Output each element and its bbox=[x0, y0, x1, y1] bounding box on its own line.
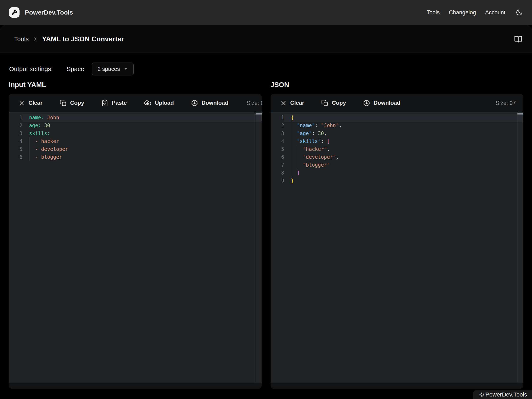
line-number: 9 bbox=[271, 177, 284, 185]
output-settings-row: Output settings: Space 2 spaces bbox=[9, 63, 523, 76]
clear-icon bbox=[280, 100, 287, 106]
breadcrumb-tools-link[interactable]: Tools bbox=[14, 36, 29, 43]
wrench-logo-icon bbox=[9, 7, 19, 18]
nav-link-account[interactable]: Account bbox=[485, 9, 505, 16]
line-number: 4 bbox=[9, 137, 22, 145]
indent-guide bbox=[29, 137, 30, 161]
indent-guide bbox=[297, 145, 297, 169]
line-number: 6 bbox=[9, 153, 22, 161]
yaml-scrollbar[interactable] bbox=[256, 112, 262, 383]
nav-link-tools[interactable]: Tools bbox=[427, 9, 440, 16]
json-scrollbar-thumb[interactable] bbox=[518, 113, 523, 114]
yaml-editor-panel: ClearCopyPasteUploadDownload Size: 63 1n… bbox=[9, 94, 262, 389]
line-number: 6 bbox=[271, 153, 284, 161]
moon-icon bbox=[516, 9, 523, 16]
yaml-code-line-6: 6 - blogger bbox=[9, 153, 262, 161]
json-scrollbar[interactable] bbox=[518, 112, 523, 383]
brand[interactable]: PowerDev.Tools bbox=[9, 7, 73, 18]
json-copy-button[interactable]: Copy bbox=[321, 100, 346, 107]
site-footer: © PowerDev.Tools bbox=[473, 390, 532, 399]
line-number: 1 bbox=[271, 114, 284, 121]
json-download-button[interactable]: Download bbox=[363, 100, 400, 107]
breadcrumb: Tools YAML to JSON Converter bbox=[0, 25, 532, 53]
line-number: 3 bbox=[9, 129, 22, 137]
line-number: 3 bbox=[271, 129, 284, 137]
json-output-panel: ClearCopyDownload Size: 97 1{2 "name": "… bbox=[271, 94, 524, 389]
json-code-line-8: 8 ] bbox=[271, 169, 524, 177]
top-navbar: PowerDev.Tools ToolsChangelogAccount bbox=[0, 0, 532, 25]
space-select-value: 2 spaces bbox=[97, 66, 120, 72]
yaml-copy-button[interactable]: Copy bbox=[60, 100, 84, 107]
yaml-code-line-3: 3skills: bbox=[9, 129, 262, 137]
json-code-viewer[interactable]: 1{2 "name": "John",3 "age": 30,4 "skills… bbox=[271, 112, 524, 383]
line-number: 2 bbox=[9, 121, 22, 129]
json-clear-button[interactable]: Clear bbox=[280, 100, 304, 106]
yaml-code-line-5: 5 - developer bbox=[9, 145, 262, 153]
space-label: Space bbox=[66, 65, 84, 73]
yaml-download-button[interactable]: Download bbox=[191, 100, 228, 107]
json-code-line-3: 3 "age": 30, bbox=[271, 129, 524, 137]
chevron-right-icon bbox=[33, 37, 38, 42]
line-number: 2 bbox=[271, 121, 284, 129]
yaml-size-label: Size: 63 bbox=[247, 100, 262, 106]
yaml-code-line-1: 1name: John bbox=[9, 114, 262, 121]
json-code-line-7: 7 "blogger" bbox=[271, 161, 524, 169]
yaml-paste-button[interactable]: Paste bbox=[101, 100, 127, 107]
yaml-upload-button[interactable]: Upload bbox=[144, 99, 174, 107]
yaml-clear-button[interactable]: Clear bbox=[18, 100, 43, 106]
caret-down-icon bbox=[124, 67, 128, 71]
download-icon bbox=[363, 100, 370, 107]
copy-icon bbox=[321, 100, 328, 107]
copy-icon bbox=[60, 100, 67, 107]
clear-icon bbox=[18, 100, 25, 106]
upload-icon bbox=[144, 99, 151, 107]
wrench-icon bbox=[11, 9, 18, 16]
space-select[interactable]: 2 spaces bbox=[92, 63, 134, 76]
paste-icon bbox=[101, 100, 108, 107]
json-code-line-9: 9} bbox=[271, 177, 524, 185]
nav-links: ToolsChangelogAccount bbox=[427, 9, 523, 16]
download-icon bbox=[191, 100, 198, 107]
json-panel-footer bbox=[271, 383, 524, 389]
line-number: 4 bbox=[271, 137, 284, 145]
line-number: 7 bbox=[271, 161, 284, 169]
line-number: 1 bbox=[9, 114, 22, 121]
yaml-panel-footer bbox=[9, 383, 262, 389]
docs-button[interactable] bbox=[514, 35, 522, 43]
brand-name: PowerDev.Tools bbox=[25, 9, 73, 16]
page-title: YAML to JSON Converter bbox=[42, 35, 124, 43]
yaml-code-line-2: 2age: 30 bbox=[9, 121, 262, 129]
output-settings-label: Output settings: bbox=[9, 65, 53, 73]
footer-copyright: © PowerDev.Tools bbox=[479, 391, 527, 398]
line-number: 8 bbox=[271, 169, 284, 177]
yaml-code-editor[interactable]: 1name: John2age: 303skills:4 - hacker5 -… bbox=[9, 112, 262, 383]
json-code-line-6: 6 "developer", bbox=[271, 153, 524, 161]
input-yaml-heading: Input YAML bbox=[9, 81, 262, 89]
yaml-code-line-4: 4 - hacker bbox=[9, 137, 262, 145]
json-code-line-5: 5 "hacker", bbox=[271, 145, 524, 153]
yaml-scrollbar-thumb[interactable] bbox=[256, 113, 262, 114]
line-number: 5 bbox=[271, 145, 284, 153]
json-heading: JSON bbox=[271, 81, 524, 89]
line-number: 5 bbox=[9, 145, 22, 153]
json-code-line-2: 2 "name": "John", bbox=[271, 121, 524, 129]
json-code-line-1: 1{ bbox=[271, 114, 524, 121]
json-size-label: Size: 97 bbox=[495, 100, 516, 106]
json-code-line-4: 4 "skills": [ bbox=[271, 137, 524, 145]
json-toolbar: ClearCopyDownload Size: 97 bbox=[271, 94, 524, 112]
theme-toggle-button[interactable] bbox=[516, 9, 523, 16]
book-icon bbox=[514, 35, 522, 43]
yaml-toolbar: ClearCopyPasteUploadDownload Size: 63 bbox=[9, 94, 262, 112]
nav-link-changelog[interactable]: Changelog bbox=[449, 9, 476, 16]
